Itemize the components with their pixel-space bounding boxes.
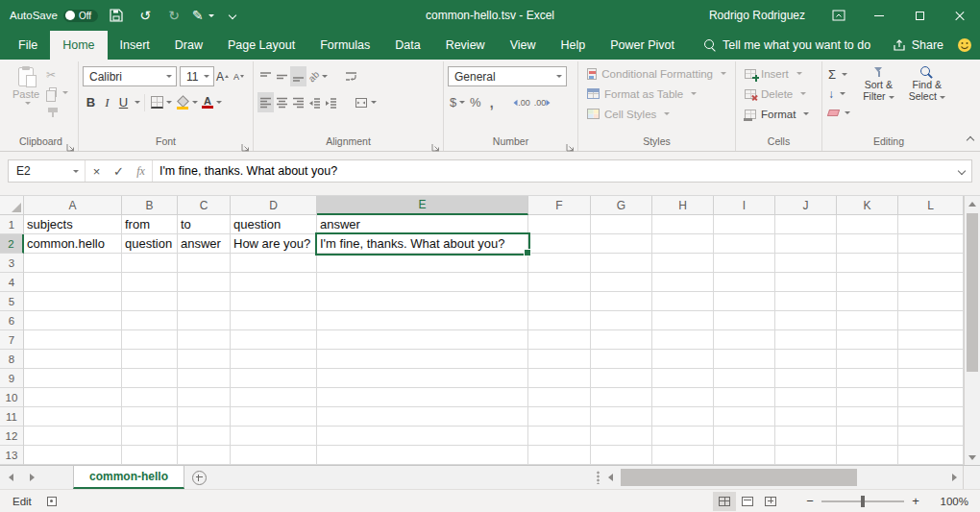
- cell-C8[interactable]: [178, 350, 231, 369]
- row-header-2[interactable]: 2: [0, 234, 24, 254]
- row-header-12[interactable]: 12: [0, 427, 24, 446]
- cell-K8[interactable]: [837, 350, 898, 369]
- decrease-font-size-button[interactable]: A: [231, 66, 247, 86]
- cell-E9[interactable]: [317, 369, 528, 388]
- cell-J2[interactable]: [775, 234, 837, 254]
- cell-J4[interactable]: [775, 273, 837, 292]
- cell-D11[interactable]: [231, 407, 317, 427]
- cell-L3[interactable]: [898, 254, 964, 273]
- share-button[interactable]: Share: [893, 38, 957, 52]
- page-layout-view-button[interactable]: [736, 492, 759, 511]
- column-header-C[interactable]: C: [178, 196, 231, 215]
- column-header-B[interactable]: B: [122, 196, 178, 215]
- cell-F8[interactable]: [528, 350, 591, 369]
- cancel-button[interactable]: ×: [86, 160, 108, 182]
- macro-record-button[interactable]: [47, 497, 57, 506]
- cell-G7[interactable]: [591, 330, 652, 350]
- cell-D8[interactable]: [231, 350, 317, 369]
- vertical-scrollbar[interactable]: [964, 196, 980, 465]
- cell-F7[interactable]: [528, 330, 591, 350]
- cell-K11[interactable]: [837, 407, 898, 427]
- copy-button[interactable]: [44, 85, 70, 100]
- font-size-combobox[interactable]: 11: [180, 66, 214, 86]
- cell-E4[interactable]: [317, 273, 528, 292]
- top-align-button[interactable]: [257, 66, 274, 86]
- row-header-5[interactable]: 5: [0, 292, 24, 311]
- sort-filter-button[interactable]: Sort & Filter: [854, 63, 902, 134]
- cell-K3[interactable]: [837, 254, 898, 273]
- column-header-E[interactable]: E: [317, 196, 528, 215]
- cell-E11[interactable]: [317, 407, 528, 427]
- cell-D1[interactable]: question: [231, 215, 317, 234]
- cell-J1[interactable]: [775, 215, 837, 234]
- row-header-13[interactable]: 13: [0, 446, 24, 465]
- save-button[interactable]: [106, 4, 127, 27]
- bold-button[interactable]: B: [83, 92, 99, 112]
- cell-A7[interactable]: [24, 330, 122, 350]
- cell-F10[interactable]: [528, 388, 591, 407]
- cell-C6[interactable]: [178, 311, 231, 330]
- cell-F9[interactable]: [528, 369, 591, 388]
- align-right-button[interactable]: [290, 92, 306, 112]
- scroll-down-button[interactable]: [965, 450, 980, 465]
- underline-dropdown-arrow[interactable]: [135, 101, 140, 104]
- row-header-8[interactable]: 8: [0, 350, 24, 369]
- bottom-align-button[interactable]: [290, 66, 306, 86]
- cell-G6[interactable]: [591, 311, 652, 330]
- find-select-button[interactable]: Find & Select: [903, 63, 951, 134]
- formula-input[interactable]: I'm fine, thanks. What about you?: [153, 164, 952, 178]
- cell-L9[interactable]: [898, 369, 964, 388]
- cell-F13[interactable]: [528, 446, 591, 465]
- cell-C3[interactable]: [178, 254, 231, 273]
- sheet-nav-left-button[interactable]: [0, 466, 21, 489]
- cell-F12[interactable]: [528, 427, 591, 446]
- column-header-K[interactable]: K: [837, 196, 898, 215]
- redo-button[interactable]: ↻: [163, 4, 184, 27]
- zoom-out-button[interactable]: −: [801, 494, 819, 508]
- cell-J7[interactable]: [775, 330, 837, 350]
- zoom-in-button[interactable]: +: [907, 494, 924, 508]
- cell-C13[interactable]: [178, 446, 231, 465]
- feedback-smiley-button[interactable]: [957, 37, 980, 53]
- clipboard-dialog-launcher[interactable]: [66, 138, 75, 147]
- font-dialog-launcher[interactable]: [241, 138, 250, 147]
- cell-C1[interactable]: to: [178, 215, 231, 234]
- cell-L1[interactable]: [898, 215, 964, 234]
- cell-H6[interactable]: [652, 311, 714, 330]
- cell-G5[interactable]: [591, 292, 652, 311]
- decrease-indent-button[interactable]: [306, 92, 323, 112]
- cell-D4[interactable]: [231, 273, 317, 292]
- increase-decimal-button[interactable]: .00: [511, 92, 532, 112]
- alignment-dialog-launcher[interactable]: [431, 138, 440, 147]
- cell-B5[interactable]: [122, 292, 178, 311]
- percent-style-button[interactable]: %: [467, 92, 483, 112]
- cell-E13[interactable]: [317, 446, 528, 465]
- cell-I2[interactable]: [714, 234, 775, 254]
- row-header-1[interactable]: 1: [0, 215, 24, 234]
- cell-H13[interactable]: [652, 446, 714, 465]
- row-header-10[interactable]: 10: [0, 388, 24, 407]
- cell-E10[interactable]: [317, 388, 528, 407]
- row-header-3[interactable]: 3: [0, 254, 24, 273]
- cell-J8[interactable]: [775, 350, 837, 369]
- cell-I3[interactable]: [714, 254, 775, 273]
- cell-K13[interactable]: [837, 446, 898, 465]
- cell-I11[interactable]: [714, 407, 775, 427]
- undo-button[interactable]: ↺: [135, 4, 156, 27]
- cell-H8[interactable]: [652, 350, 714, 369]
- column-header-J[interactable]: J: [775, 196, 837, 215]
- cell-F6[interactable]: [528, 311, 591, 330]
- cell-H10[interactable]: [652, 388, 714, 407]
- tab-insert[interactable]: Insert: [108, 31, 162, 60]
- italic-button[interactable]: I: [99, 92, 115, 112]
- cell-K6[interactable]: [837, 311, 898, 330]
- name-box[interactable]: E2: [9, 160, 86, 182]
- cell-I13[interactable]: [714, 446, 775, 465]
- cell-E8[interactable]: [317, 350, 528, 369]
- cell-K5[interactable]: [837, 292, 898, 311]
- align-center-button[interactable]: [274, 92, 290, 112]
- cell-D10[interactable]: [231, 388, 317, 407]
- merge-center-button[interactable]: [353, 92, 379, 112]
- cell-J9[interactable]: [775, 369, 837, 388]
- cell-A3[interactable]: [24, 254, 122, 273]
